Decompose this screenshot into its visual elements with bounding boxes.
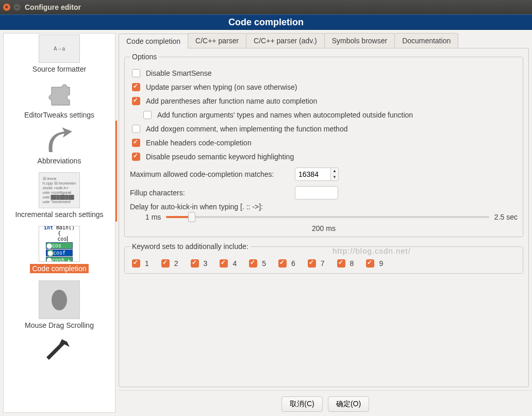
keyword-checkbox-3[interactable] <box>191 259 199 268</box>
keyword-label: 6 <box>291 259 295 268</box>
sidebar-item-editortweaks[interactable]: EditorTweaks settings <box>4 79 115 125</box>
keyword-label: 8 <box>350 259 354 268</box>
cancel-button[interactable]: 取消(C) <box>281 396 323 412</box>
keyword-checkbox-8[interactable] <box>337 259 345 268</box>
checkbox-label: Disable pseudo semantic keyword highligh… <box>146 153 294 161</box>
mouse-drag-icon <box>39 280 80 319</box>
slider-thumb[interactable] <box>188 212 195 222</box>
tab-code-completion[interactable]: Code completion <box>119 34 188 48</box>
keyword-checkbox-5[interactable] <box>249 259 257 268</box>
max-matches-label: Maximum allowed code-completion matches: <box>130 170 291 178</box>
keyword-checkbox-2[interactable] <box>161 259 170 268</box>
window-minimize-button[interactable]: – <box>13 4 21 11</box>
keyword-checkbox-9[interactable] <box>366 259 374 268</box>
keyword-label: 4 <box>232 259 237 268</box>
checkbox-label: Add parentheses after function name auto… <box>146 97 317 105</box>
keyword-checkbox-6[interactable] <box>278 259 287 268</box>
disable-pseudo-checkbox[interactable] <box>132 153 140 161</box>
keyword-checkbox-1[interactable] <box>132 259 140 268</box>
spin-up-button[interactable]: ▲ <box>331 168 338 174</box>
sidebar-item-label: EditorTweaks settings <box>24 111 94 119</box>
generic-tool-icon <box>39 337 80 365</box>
fillup-input[interactable] <box>295 186 338 199</box>
delay-label: Delay for auto-kick-in when typing [. ::… <box>130 203 263 211</box>
sidebar-item-label: Source formatter <box>32 65 86 73</box>
keyword-label: 2 <box>174 259 178 268</box>
window-titlebar: ✕ – Configure editor <box>0 0 532 14</box>
add-doxygen-checkbox[interactable] <box>132 125 140 133</box>
keyword-set-2[interactable]: 2 <box>159 258 178 269</box>
sidebar-item-mouse-drag[interactable]: Mouse Drag Scrolling <box>4 279 115 336</box>
keyword-checkbox-4[interactable] <box>220 259 228 268</box>
sidebar-item-source-formatter[interactable]: A→a Source formatter <box>4 34 115 79</box>
keyword-set-1[interactable]: 1 <box>130 258 149 269</box>
options-group: Options Disable SmartSense Update parser… <box>124 53 523 237</box>
tab-documentation[interactable]: Documentation <box>394 33 458 48</box>
incremental-search-icon: ☒ increh.cpp ☒ Incremenclude <sdk.h>ude … <box>39 172 80 208</box>
sidebar-item-abbreviations[interactable]: Abbreviations <box>4 125 115 171</box>
options-legend: Options <box>130 53 159 61</box>
svg-point-0 <box>52 290 67 310</box>
delay-slider[interactable] <box>166 216 489 218</box>
keyword-checkbox-7[interactable] <box>308 259 316 268</box>
sidebar-item-label: Incremental search settings <box>15 210 103 219</box>
sidebar-item-code-completion[interactable]: int main() { cos​ ⬤cos ⬤cosf ⬤cosh ▸ Cod… <box>4 225 115 279</box>
keyword-sets-group: Keyword sets to additionally include: 12… <box>124 242 523 274</box>
slider-value-label: 200 ms <box>130 224 518 232</box>
sidebar-item-label: Abbreviations <box>38 157 81 165</box>
sidebar-item-incremental-search[interactable]: ☒ increh.cpp ☒ Incremenclude <sdk.h>ude … <box>4 171 115 225</box>
checkbox-label: Add function arguments' types and names … <box>157 111 413 119</box>
keyword-set-5[interactable]: 5 <box>247 258 266 269</box>
keyword-label: 9 <box>379 259 383 268</box>
add-parentheses-checkbox[interactable] <box>132 97 140 105</box>
keyword-set-7[interactable]: 7 <box>306 258 325 269</box>
dialog-banner: Code completion <box>0 14 532 30</box>
checkbox-label: Disable SmartSense <box>146 69 212 77</box>
tab-symbols-browser[interactable]: Symbols browser <box>324 33 395 48</box>
fillup-label: Fillup characters: <box>130 189 291 197</box>
slider-max-label: 2.5 sec <box>494 213 518 221</box>
keyword-set-4[interactable]: 4 <box>218 258 237 269</box>
category-sidebar[interactable]: A→a Source formatter EditorTweaks settin… <box>3 33 115 413</box>
sidebar-selection-marker <box>115 121 117 222</box>
puzzle-piece-icon <box>39 80 80 109</box>
checkbox-label: Add doxgen comment, when implementing th… <box>146 125 347 133</box>
keyword-set-9[interactable]: 9 <box>364 258 383 269</box>
keyword-set-6[interactable]: 6 <box>276 258 295 269</box>
checkbox-label: Update parser when typing (on save other… <box>146 83 297 91</box>
source-formatter-icon: A→a <box>39 35 80 63</box>
window-close-button[interactable]: ✕ <box>3 4 10 11</box>
sidebar-item-next[interactable] <box>4 336 115 365</box>
tab-c-parser[interactable]: C/C++ parser <box>188 33 246 48</box>
checkbox-label: Enable headers code-completion <box>146 139 252 147</box>
code-completion-icon: int main() { cos​ ⬤cos ⬤cosf ⬤cosh ▸ <box>39 226 80 262</box>
keyword-set-8[interactable]: 8 <box>335 258 354 269</box>
settings-tabs: Code completion C/C++ parser C/C++ parse… <box>119 33 529 48</box>
keyword-label: 7 <box>321 259 325 268</box>
ok-button[interactable]: 确定(O) <box>328 396 369 412</box>
sidebar-item-label: Mouse Drag Scrolling <box>25 321 94 329</box>
keyword-set-3[interactable]: 3 <box>189 258 208 269</box>
keyword-label: 1 <box>145 259 149 268</box>
dialog-button-row: 取消(C) 确定(O) <box>119 390 532 416</box>
update-parser-checkbox[interactable] <box>132 83 140 91</box>
sidebar-item-label: Code completion <box>30 264 88 273</box>
keywords-legend: Keyword sets to additionally include: <box>130 242 251 251</box>
max-matches-input[interactable] <box>295 168 331 181</box>
spin-down-button[interactable]: ▼ <box>331 174 338 180</box>
disable-smartsense-checkbox[interactable] <box>132 69 140 77</box>
tab-c-parser-adv[interactable]: C/C++ parser (adv.) <box>246 33 325 48</box>
keyword-label: 3 <box>204 259 208 268</box>
arrow-curve-icon <box>39 126 80 155</box>
window-title: Configure editor <box>25 3 81 11</box>
keyword-label: 5 <box>262 259 266 268</box>
enable-headers-checkbox[interactable] <box>132 139 140 147</box>
slider-min-label: 1 ms <box>145 213 161 221</box>
add-arguments-checkbox[interactable] <box>143 111 152 119</box>
